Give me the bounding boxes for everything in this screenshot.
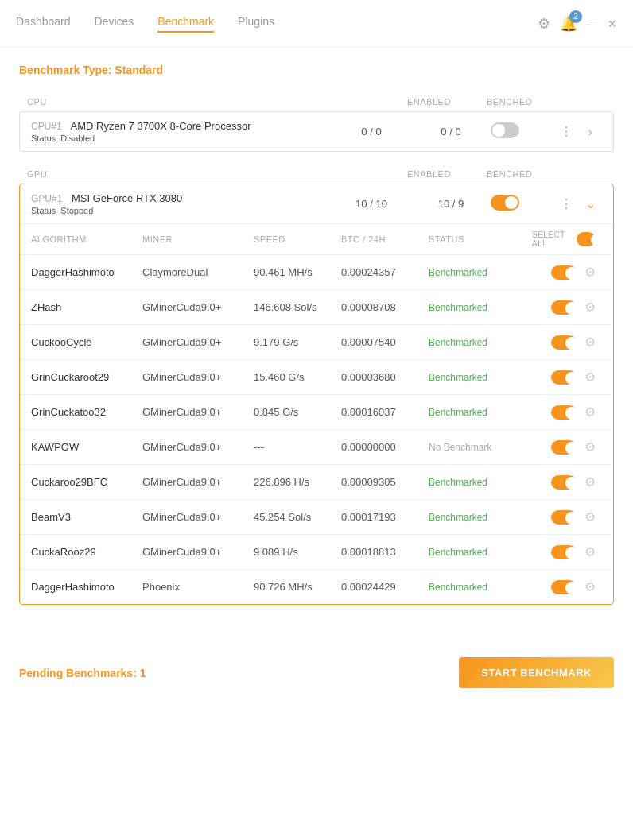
algo-settings-icon[interactable]: ⚙ <box>584 509 596 525</box>
algo-btc24h: 0.00008708 <box>341 301 429 313</box>
algo-name: CuckooCycle <box>31 336 142 348</box>
algo-status: Benchmarked <box>429 477 532 488</box>
algo-name: KAWPOW <box>31 441 142 453</box>
algo-btc24h: 0.00007540 <box>341 336 429 348</box>
start-benchmark-button[interactable]: START BENCHMARK <box>459 657 614 688</box>
gpu-toggle[interactable] <box>491 195 554 213</box>
gpu-device-status: Status Stopped <box>31 206 332 215</box>
algo-miner: GMinerCuda9.0+ <box>142 336 254 348</box>
gpu-label: GPU <box>27 169 407 179</box>
benchmark-type-label: Benchmark Type: <box>19 64 111 76</box>
algo-speed: 9.179 G/s <box>254 336 341 348</box>
gpu-benched-stat: 10 / 9 <box>411 198 491 210</box>
algo-status: Benchmarked <box>429 372 532 383</box>
cpu-device-card: CPU#1 AMD Ryzen 7 3700X 8-Core Processor… <box>19 111 614 152</box>
gpu-benched-label: BENCHED <box>487 169 566 179</box>
gpu-toggle-switch[interactable] <box>491 195 519 211</box>
cpu-kebab-button[interactable]: ⋮ <box>554 124 578 139</box>
algo-toggle[interactable] <box>551 510 577 525</box>
algo-speed: 45.254 Sol/s <box>254 511 341 523</box>
algo-btc24h: 0.00003680 <box>341 371 429 383</box>
algo-table-header: ALGORITHM MINER SPEED BTC / 24H STATUS S… <box>20 223 613 254</box>
algo-settings-icon[interactable]: ⚙ <box>584 544 596 559</box>
algo-btc24h: 0.00009305 <box>341 476 429 488</box>
algo-speed: 90.461 MH/s <box>254 266 341 278</box>
cpu-toggle-switch[interactable] <box>491 122 519 138</box>
algo-miner: GMinerCuda9.0+ <box>142 476 254 488</box>
algo-name: GrinCuckaroot29 <box>31 371 142 383</box>
cpu-device-id: CPU#1 <box>31 121 62 132</box>
tab-plugins[interactable]: Plugins <box>238 15 274 33</box>
algo-miner: Phoenix <box>142 581 254 593</box>
algo-toggle[interactable] <box>551 440 577 455</box>
algo-toggle[interactable] <box>551 545 577 559</box>
algo-col-algorithm: ALGORITHM <box>31 234 142 244</box>
algo-settings-icon[interactable]: ⚙ <box>584 579 596 594</box>
algo-row: DaggerHashimoto Phoenix 90.726 MH/s 0.00… <box>20 569 613 604</box>
algo-toggle[interactable] <box>551 370 577 385</box>
algo-speed: --- <box>254 441 341 453</box>
algo-status: No Benchmark <box>429 442 532 453</box>
cpu-device-status: Status Disabled <box>31 134 332 143</box>
cpu-enabled-label: ENABLED <box>407 97 487 106</box>
algo-toggle[interactable] <box>551 580 577 594</box>
algo-row: Cuckaroo29BFC GMinerCuda9.0+ 226.896 H/s… <box>20 464 613 499</box>
algo-settings-icon[interactable]: ⚙ <box>584 265 596 280</box>
algo-settings-icon[interactable]: ⚙ <box>584 405 596 420</box>
algo-row-actions: ⚙ <box>532 474 596 490</box>
algo-col-speed: SPEED <box>254 234 341 244</box>
algo-row-actions: ⚙ <box>532 300 596 315</box>
algo-row-actions: ⚙ <box>532 265 596 280</box>
gpu-chevron-button[interactable]: ⌄ <box>578 196 602 211</box>
algo-row: GrinCuckatoo32 GMinerCuda9.0+ 0.845 G/s … <box>20 394 613 429</box>
cpu-benched-stat: 0 / 0 <box>411 126 491 137</box>
algo-speed: 226.896 H/s <box>254 476 341 488</box>
cpu-device-info: CPU#1 AMD Ryzen 7 3700X 8-Core Processor… <box>31 120 332 143</box>
algo-btc24h: 0.00024357 <box>341 266 429 278</box>
main-content: Benchmark Type: Standard CPU ENABLED BEN… <box>0 48 633 633</box>
algo-miner: GMinerCuda9.0+ <box>142 301 254 313</box>
close-button[interactable]: ✕ <box>608 17 617 30</box>
algo-settings-icon[interactable]: ⚙ <box>584 370 596 385</box>
cpu-chevron-button[interactable]: › <box>578 125 602 139</box>
algo-name: Cuckaroo29BFC <box>31 476 142 488</box>
tab-devices[interactable]: Devices <box>95 15 134 33</box>
settings-button[interactable]: ⚙ <box>538 15 550 33</box>
algo-settings-icon[interactable]: ⚙ <box>584 300 596 315</box>
algo-toggle[interactable] <box>551 335 577 350</box>
cpu-section-header: CPU ENABLED BENCHED <box>19 92 614 111</box>
algo-name: BeamV3 <box>31 511 142 523</box>
algo-miner: GMinerCuda9.0+ <box>142 441 254 453</box>
algo-status: Benchmarked <box>429 337 532 348</box>
select-all-toggle[interactable] <box>577 232 596 246</box>
algo-miner: ClaymoreDual <box>142 266 254 278</box>
algo-settings-icon[interactable]: ⚙ <box>584 335 596 350</box>
algo-row: ZHash GMinerCuda9.0+ 146.608 Sol/s 0.000… <box>20 289 613 324</box>
algo-row-actions: ⚙ <box>532 405 596 420</box>
algo-col-status: STATUS <box>429 234 532 244</box>
algo-toggle[interactable] <box>551 300 577 315</box>
algo-status: Benchmarked <box>429 512 532 523</box>
algo-row-actions: ⚙ <box>532 370 596 385</box>
algo-toggle[interactable] <box>551 265 577 280</box>
algo-row-actions: ⚙ <box>532 439 596 455</box>
cpu-device-name-row: CPU#1 AMD Ryzen 7 3700X 8-Core Processor <box>31 120 332 132</box>
algo-settings-icon[interactable]: ⚙ <box>584 474 596 490</box>
cpu-toggle[interactable] <box>491 122 554 141</box>
nav-tabs: Dashboard Devices Benchmark Plugins <box>16 15 538 33</box>
algo-miner: GMinerCuda9.0+ <box>142 371 254 383</box>
tab-dashboard[interactable]: Dashboard <box>16 15 71 33</box>
algo-miner: GMinerCuda9.0+ <box>142 511 254 523</box>
algo-miner: GMinerCuda9.0+ <box>142 546 254 558</box>
algo-settings-icon[interactable]: ⚙ <box>584 439 596 455</box>
algo-row-actions: ⚙ <box>532 335 596 350</box>
cpu-benched-label: BENCHED <box>487 97 566 106</box>
notification-button[interactable]: 🔔 2 <box>560 15 577 33</box>
minimize-button[interactable]: — <box>587 17 598 30</box>
tab-benchmark[interactable]: Benchmark <box>157 15 214 33</box>
algo-toggle[interactable] <box>551 405 577 420</box>
gpu-kebab-button[interactable]: ⋮ <box>554 196 578 211</box>
algo-btc24h: 0.00016037 <box>341 406 429 418</box>
algo-toggle[interactable] <box>551 475 577 490</box>
select-all-label: SELECT ALL <box>532 230 570 248</box>
